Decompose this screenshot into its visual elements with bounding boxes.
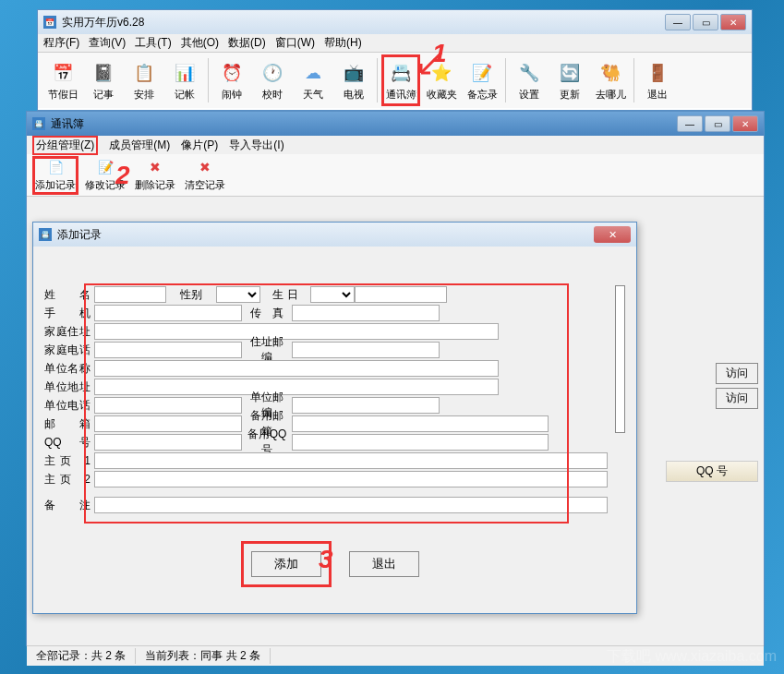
menu-data[interactable]: 数据(D): [228, 35, 266, 51]
contacts-title: 通讯簿: [51, 116, 84, 132]
window-controls: — ▭ ✕: [665, 14, 746, 30]
dialog-close-button[interactable]: ✕: [594, 226, 631, 243]
separator: [208, 58, 209, 102]
ctool-clear-records[interactable]: ✖清空记录: [182, 156, 228, 195]
calendar-icon: 📅: [50, 60, 76, 86]
input-company-zip[interactable]: [292, 397, 440, 414]
photo-box[interactable]: [615, 285, 625, 433]
input-remark[interactable]: [94, 497, 608, 513]
dialog-body: 姓 名 性别 生 日 手 机 传 真 家庭住址: [33, 247, 636, 588]
delete-icon: ✖: [146, 158, 164, 176]
tool-tv[interactable]: 📺电视: [334, 54, 373, 106]
input-birthday[interactable]: [355, 286, 447, 303]
label-home-phone: 家庭电话: [44, 343, 94, 358]
dialog-buttons: 添加 退出: [44, 551, 625, 577]
tool-time[interactable]: 🕐校时: [253, 54, 292, 106]
input-qq[interactable]: [94, 434, 242, 451]
menu-group-manage[interactable]: 分组管理(Z): [32, 136, 98, 155]
select-birthday[interactable]: [310, 286, 355, 303]
select-gender[interactable]: [216, 286, 260, 303]
maximize-button[interactable]: ▭: [693, 14, 718, 30]
contacts-menubar: 分组管理(Z) 成员管理(M) 像片(P) 导入导出(I): [27, 136, 764, 154]
tool-account[interactable]: 📊记帐: [165, 54, 204, 106]
label-homepage2: 主页 2: [44, 472, 94, 487]
label-fax: 传 真: [242, 306, 292, 321]
window-controls: — ▭ ✕: [677, 115, 758, 132]
input-name[interactable]: [94, 286, 166, 303]
tool-weather[interactable]: ☁天气: [294, 54, 332, 106]
ctool-delete-record[interactable]: ✖删除记录: [132, 156, 178, 195]
tool-settings[interactable]: 🔧设置: [510, 54, 549, 106]
star-icon: ⭐: [428, 60, 454, 86]
close-button[interactable]: ✕: [720, 14, 746, 30]
menu-import-export[interactable]: 导入导出(I): [229, 138, 283, 153]
tool-schedule[interactable]: 📋安排: [125, 54, 163, 106]
input-home-addr[interactable]: [94, 323, 499, 340]
separator: [633, 58, 634, 102]
refresh-icon: 🔄: [557, 60, 583, 86]
tool-contacts[interactable]: 📇通讯簿: [381, 54, 420, 106]
watermark: 下载吧 www.xiazaiba.com: [607, 647, 777, 667]
visit-button-2[interactable]: 访问: [716, 388, 758, 409]
input-homepage2[interactable]: [94, 471, 608, 487]
tool-alarm[interactable]: ⏰闹钟: [212, 54, 251, 106]
menu-other[interactable]: 其他(O): [181, 35, 219, 51]
tool-holiday[interactable]: 📅节假日: [43, 54, 82, 106]
menu-tools[interactable]: 工具(T): [135, 35, 171, 51]
input-home-phone[interactable]: [94, 342, 242, 358]
label-remark: 备 注: [44, 498, 94, 513]
menu-query[interactable]: 查询(V): [89, 35, 126, 51]
tool-qunar[interactable]: 🐫去哪儿: [591, 54, 630, 106]
add-button[interactable]: 添加: [251, 551, 321, 577]
clear-icon: ✖: [196, 158, 214, 176]
label-company: 单位名称: [44, 361, 94, 377]
minimize-button[interactable]: —: [677, 115, 703, 132]
qq-column-header[interactable]: QQ 号: [666, 461, 758, 482]
input-addr-zip[interactable]: [292, 342, 440, 358]
tool-exit[interactable]: 🚪退出: [638, 54, 677, 106]
ctool-add-record[interactable]: 📄添加记录: [32, 156, 78, 195]
minimize-button[interactable]: —: [665, 14, 691, 30]
contacts-titlebar: 📇 通讯簿 — ▭ ✕: [27, 112, 764, 136]
menu-help[interactable]: 帮助(H): [324, 35, 362, 51]
main-menubar: 程序(F) 查询(V) 工具(T) 其他(O) 数据(D) 窗口(W) 帮助(H…: [38, 34, 752, 53]
menu-program[interactable]: 程序(F): [43, 35, 79, 51]
chart-icon: 📊: [172, 60, 198, 86]
input-company-phone[interactable]: [94, 397, 242, 414]
menu-window[interactable]: 窗口(W): [275, 35, 315, 51]
tool-memo[interactable]: 📝备忘录: [463, 54, 501, 106]
input-homepage1[interactable]: [94, 452, 608, 469]
label-gender: 性别: [166, 287, 216, 303]
contacts-toolbar: 📄添加记录 📝修改记录 ✖删除记录 ✖清空记录: [27, 154, 764, 197]
menu-photo[interactable]: 像片(P): [181, 138, 218, 153]
visit-button-1[interactable]: 访问: [716, 363, 758, 384]
ctool-edit-record[interactable]: 📝修改记录: [82, 156, 128, 195]
tool-note[interactable]: 📓记事: [84, 54, 123, 106]
input-qq2[interactable]: [292, 434, 549, 451]
input-email[interactable]: [94, 415, 242, 432]
label-mobile: 手 机: [44, 306, 94, 321]
add-icon: 📄: [46, 159, 65, 176]
camel-icon: 🐫: [597, 60, 623, 86]
status-all: 全部记录：共 2 条: [27, 648, 136, 664]
label-qq: QQ 号: [44, 435, 94, 451]
dialog-titlebar: 📇 添加记录 ✕: [33, 223, 636, 247]
exit-button[interactable]: 退出: [349, 551, 419, 577]
separator: [505, 58, 506, 102]
main-toolbar: 📅节假日 📓记事 📋安排 📊记帐 ⏰闹钟 🕐校时 ☁天气 📺电视 📇通讯簿 ⭐收…: [38, 53, 752, 108]
menu-member-manage[interactable]: 成员管理(M): [109, 138, 170, 153]
input-company[interactable]: [94, 360, 499, 377]
input-email2[interactable]: [292, 415, 549, 432]
close-button[interactable]: ✕: [732, 115, 758, 132]
label-homepage1: 主页 1: [44, 453, 94, 469]
input-mobile[interactable]: [94, 305, 242, 321]
tool-favorites[interactable]: ⭐收藏夹: [422, 54, 461, 106]
tool-update[interactable]: 🔄更新: [550, 54, 589, 106]
input-fax[interactable]: [292, 305, 440, 321]
app-icon: 📇: [39, 228, 52, 241]
notebook-icon: 📓: [90, 60, 116, 86]
maximize-button[interactable]: ▭: [705, 115, 730, 132]
label-email: 邮 箱: [44, 416, 94, 432]
wrench-icon: 🔧: [516, 60, 542, 86]
input-company-addr[interactable]: [94, 379, 499, 395]
